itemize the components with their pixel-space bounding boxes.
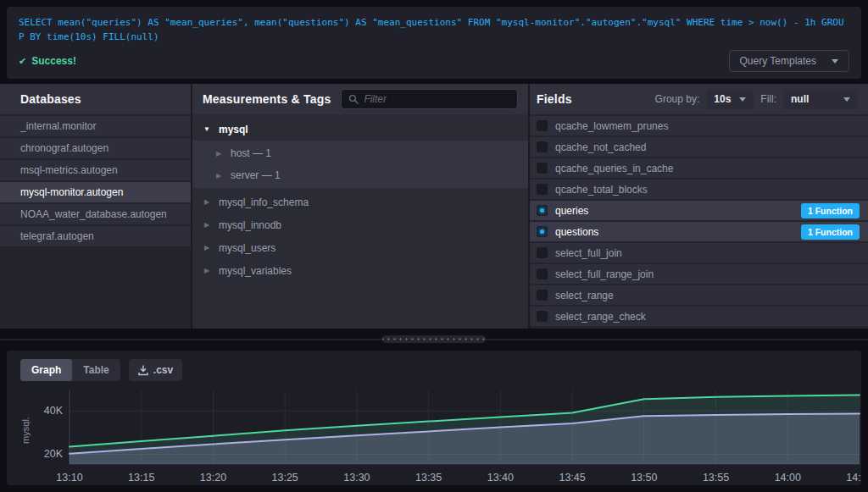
resize-divider[interactable] (0, 329, 868, 351)
database-item-label: _internal.monitor (20, 120, 96, 132)
tag-item[interactable]: ▶ host — 1 (192, 142, 528, 164)
field-checkbox[interactable] (537, 141, 548, 152)
databases-column: Databases _internal.monitor chronograf.a… (0, 84, 192, 329)
databases-list: _internal.monitor chronograf.autogen msq… (0, 114, 191, 248)
tab-graph[interactable]: Graph (20, 359, 72, 381)
field-item[interactable]: questions 1 Function (530, 222, 868, 241)
database-item[interactable]: _internal.monitor (0, 116, 191, 136)
field-item[interactable]: qcache_queries_in_cache (530, 158, 868, 178)
field-checkbox[interactable] (537, 290, 548, 301)
checkbox-dot-icon (540, 166, 544, 170)
field-item-label: select_range (555, 290, 614, 301)
field-checkbox[interactable] (537, 226, 548, 237)
svg-text:13:45: 13:45 (559, 472, 585, 484)
group-by-label: Group by: (655, 93, 700, 105)
query-editor-panel: SELECT mean("queries") AS "mean_queries"… (7, 7, 861, 79)
field-item[interactable]: select_range_check (530, 307, 868, 326)
measurements-header: Measurements & Tags (192, 84, 528, 114)
svg-text:13:30: 13:30 (343, 472, 370, 484)
query-status-text: Success! (31, 55, 76, 67)
measurement-group: ▶ mysql_users (192, 236, 528, 259)
field-item[interactable]: qcache_total_blocks (530, 180, 868, 199)
fields-title: Fields (537, 92, 572, 106)
measurement-item-label: mysql (219, 124, 248, 135)
field-item[interactable]: qcache_lowmem_prunes (530, 116, 868, 135)
svg-text:13:25: 13:25 (272, 472, 298, 484)
measurement-item[interactable]: ▶ mysql_variables (192, 259, 528, 282)
database-item[interactable]: NOAA_water_database.autogen (0, 204, 191, 224)
checkbox-dot-icon (540, 145, 544, 149)
graph-panel: Graph Table .csv mysql. 13:1013:1513:201… (7, 351, 861, 485)
database-item[interactable]: chronograf.autogen (0, 138, 191, 158)
field-item[interactable]: queries 1 Function (530, 201, 868, 220)
chevron-down-icon (832, 59, 838, 64)
resize-handle-icon[interactable] (382, 335, 486, 343)
chevron-right-icon: ▶ (214, 150, 223, 158)
field-checkbox[interactable] (537, 120, 548, 131)
checkbox-dot-icon (540, 314, 544, 318)
chevron-icon: ▶ (203, 244, 211, 252)
database-item[interactable]: mysql-monitor.autogen (0, 182, 191, 202)
database-item-label: msql-metrics.autogen (20, 164, 118, 176)
measurement-item[interactable]: ▶ mysql_info_schema (192, 191, 528, 213)
field-checkbox[interactable] (537, 205, 548, 216)
checkbox-dot-icon (540, 124, 544, 128)
measurement-filter (341, 89, 518, 109)
measurement-item[interactable]: ▶ mysql_users (192, 236, 528, 259)
svg-text:13:10: 13:10 (56, 472, 82, 484)
group-by-value: 10s (714, 93, 731, 105)
csv-download-button[interactable]: .csv (129, 359, 182, 381)
y-axis-label: mysql. (20, 417, 31, 444)
field-checkbox[interactable] (537, 247, 548, 258)
field-checkbox[interactable] (537, 184, 548, 195)
checkbox-dot-icon (540, 251, 544, 255)
search-icon (348, 94, 359, 104)
database-item[interactable]: msql-metrics.autogen (0, 160, 191, 180)
checkbox-dot-icon (540, 208, 544, 213)
svg-text:20K: 20K (44, 449, 64, 461)
checkbox-dot-icon (540, 229, 544, 234)
field-item[interactable]: select_full_join (530, 243, 868, 263)
query-templates-dropdown[interactable]: Query Templates (729, 50, 850, 72)
field-checkbox[interactable] (537, 268, 548, 279)
measurement-filter-input[interactable] (364, 93, 510, 105)
chart-area: mysql. 13:1013:1513:2013:2513:3013:3513:… (15, 388, 853, 485)
database-item[interactable]: telegraf.autogen (0, 226, 191, 246)
measurement-group: ▶ mysql_innodb (192, 213, 528, 236)
tab-table[interactable]: Table (72, 359, 120, 381)
measurement-item-label: mysql_innodb (219, 219, 281, 231)
tag-item[interactable]: ▶ server — 1 (192, 164, 528, 186)
measurements-column: Measurements & Tags ▼ mysql ▶ host — 1 ▶… (192, 84, 530, 329)
field-item-label: qcache_queries_in_cache (555, 163, 673, 174)
query-templates-label: Query Templates (740, 55, 817, 67)
fill-dropdown[interactable]: null (783, 89, 858, 109)
field-item-label: queries (555, 205, 588, 217)
measurement-item[interactable]: ▼ mysql (192, 118, 528, 141)
database-item-label: mysql-monitor.autogen (20, 186, 123, 198)
database-item-label: chronograf.autogen (20, 142, 108, 154)
field-item[interactable]: select_full_range_join (530, 264, 868, 284)
database-item-label: NOAA_water_database.autogen (20, 208, 167, 220)
measurement-item[interactable]: ▶ mysql_innodb (192, 213, 528, 236)
group-by-dropdown[interactable]: 10s (706, 89, 754, 109)
svg-text:13:35: 13:35 (415, 472, 442, 484)
function-badge[interactable]: 1 Function (801, 224, 860, 240)
field-item-label: select_range_check (555, 311, 646, 323)
line-chart: 13:1013:1513:2013:2513:3013:3513:4013:45… (32, 388, 861, 485)
field-item[interactable]: qcache_not_cached (530, 137, 868, 157)
measurement-item-label: mysql_variables (219, 265, 292, 277)
svg-text:40K: 40K (44, 405, 64, 417)
field-checkbox[interactable] (537, 163, 548, 174)
query-input[interactable]: SELECT mean("queries") AS "mean_queries"… (19, 15, 849, 44)
function-badge[interactable]: 1 Function (801, 203, 860, 218)
chevron-right-icon: ▶ (214, 172, 223, 180)
measurement-item-label: mysql_info_schema (219, 196, 309, 208)
chevron-down-icon (843, 97, 850, 102)
svg-text:13:50: 13:50 (631, 472, 657, 484)
fields-list: qcache_lowmem_prunes qcache_not_cached q… (530, 114, 868, 328)
groupby-fill-controls: Group by: 10s Fill: null (655, 89, 858, 109)
svg-text:14:05: 14:05 (846, 472, 861, 484)
fields-header: Fields Group by: 10s Fill: null (530, 84, 868, 114)
field-item[interactable]: select_range (530, 285, 868, 305)
field-checkbox[interactable] (537, 311, 548, 322)
